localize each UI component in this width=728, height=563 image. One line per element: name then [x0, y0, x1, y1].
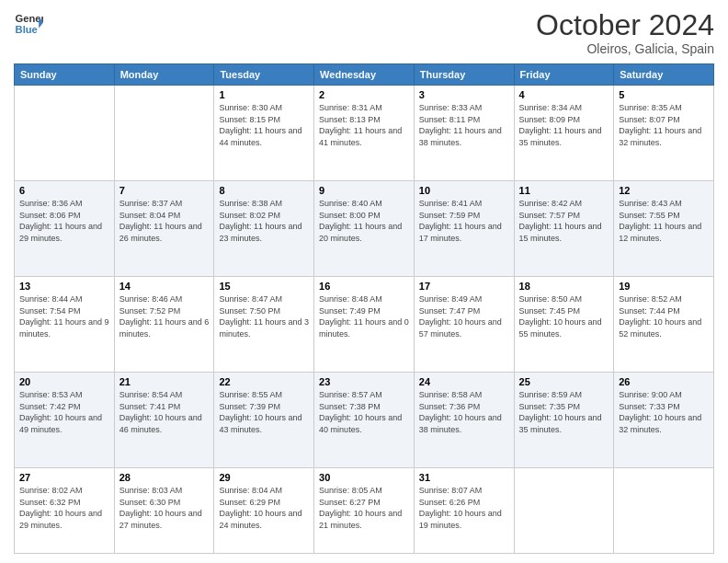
day-number: 1 — [219, 89, 309, 100]
day-info: Sunrise: 8:34 AMSunset: 8:09 PMDaylight:… — [519, 102, 609, 148]
day-number: 2 — [319, 89, 409, 100]
table-row: 13Sunrise: 8:44 AMSunset: 7:54 PMDayligh… — [15, 277, 115, 373]
table-row: 4Sunrise: 8:34 AMSunset: 8:09 PMDaylight… — [514, 86, 614, 181]
table-row: 5Sunrise: 8:35 AMSunset: 8:07 PMDaylight… — [614, 86, 714, 181]
day-number: 26 — [619, 376, 709, 387]
header-monday: Monday — [114, 64, 214, 86]
day-info: Sunrise: 9:00 AMSunset: 7:33 PMDaylight:… — [619, 389, 709, 435]
table-row: 17Sunrise: 8:49 AMSunset: 7:47 PMDayligh… — [414, 277, 514, 373]
location: Oleiros, Galicia, Spain — [536, 41, 714, 56]
day-number: 30 — [319, 472, 409, 483]
day-number: 20 — [19, 376, 109, 387]
day-number: 31 — [419, 472, 509, 483]
logo-icon: General Blue — [14, 9, 43, 39]
day-info: Sunrise: 8:53 AMSunset: 7:42 PMDaylight:… — [19, 389, 109, 435]
day-info: Sunrise: 8:02 AMSunset: 6:32 PMDaylight:… — [19, 485, 109, 531]
header-sunday: Sunday — [15, 64, 115, 86]
svg-text:Blue: Blue — [16, 24, 38, 35]
title-section: October 2024 Oleiros, Galicia, Spain — [536, 9, 714, 56]
day-info: Sunrise: 8:49 AMSunset: 7:47 PMDaylight:… — [419, 293, 509, 339]
day-number: 27 — [19, 472, 109, 483]
day-number: 9 — [319, 185, 409, 196]
calendar-table: Sunday Monday Tuesday Wednesday Thursday… — [14, 63, 714, 554]
day-info: Sunrise: 8:37 AMSunset: 8:04 PMDaylight:… — [119, 198, 210, 244]
day-number: 25 — [519, 376, 609, 387]
table-row — [614, 467, 714, 553]
day-number: 19 — [619, 281, 709, 292]
day-number: 28 — [119, 472, 210, 483]
day-number: 5 — [619, 89, 709, 100]
table-row: 30Sunrise: 8:05 AMSunset: 6:27 PMDayligh… — [314, 467, 415, 553]
day-number: 23 — [319, 376, 409, 387]
day-info: Sunrise: 8:52 AMSunset: 7:44 PMDaylight:… — [619, 293, 709, 339]
day-info: Sunrise: 8:33 AMSunset: 8:11 PMDaylight:… — [419, 102, 509, 148]
day-info: Sunrise: 8:40 AMSunset: 8:00 PMDaylight:… — [319, 198, 409, 244]
day-info: Sunrise: 8:41 AMSunset: 7:59 PMDaylight:… — [419, 198, 509, 244]
table-row: 29Sunrise: 8:04 AMSunset: 6:29 PMDayligh… — [214, 467, 314, 553]
day-number: 6 — [19, 185, 109, 196]
table-row: 18Sunrise: 8:50 AMSunset: 7:45 PMDayligh… — [514, 277, 614, 373]
header-friday: Friday — [514, 64, 614, 86]
header-tuesday: Tuesday — [214, 64, 314, 86]
table-row: 9Sunrise: 8:40 AMSunset: 8:00 PMDaylight… — [314, 181, 415, 277]
day-number: 13 — [19, 281, 109, 292]
day-number: 14 — [119, 281, 210, 292]
header-wednesday: Wednesday — [314, 64, 415, 86]
table-row — [514, 467, 614, 553]
table-row: 24Sunrise: 8:58 AMSunset: 7:36 PMDayligh… — [414, 373, 514, 468]
table-row: 28Sunrise: 8:03 AMSunset: 6:30 PMDayligh… — [114, 467, 214, 553]
day-number: 10 — [419, 185, 509, 196]
table-row: 22Sunrise: 8:55 AMSunset: 7:39 PMDayligh… — [214, 373, 314, 468]
table-row: 20Sunrise: 8:53 AMSunset: 7:42 PMDayligh… — [15, 373, 115, 468]
calendar-page: General Blue October 2024 Oleiros, Galic… — [0, 0, 728, 563]
day-info: Sunrise: 8:35 AMSunset: 8:07 PMDaylight:… — [619, 102, 709, 148]
day-number: 3 — [419, 89, 509, 100]
header-saturday: Saturday — [614, 64, 714, 86]
day-number: 15 — [219, 281, 309, 292]
table-row: 31Sunrise: 8:07 AMSunset: 6:26 PMDayligh… — [414, 467, 514, 553]
day-number: 11 — [519, 185, 609, 196]
day-number: 8 — [219, 185, 309, 196]
day-info: Sunrise: 8:43 AMSunset: 7:55 PMDaylight:… — [619, 198, 709, 244]
day-info: Sunrise: 8:47 AMSunset: 7:50 PMDaylight:… — [219, 293, 309, 339]
day-info: Sunrise: 8:30 AMSunset: 8:15 PMDaylight:… — [219, 102, 309, 148]
day-info: Sunrise: 8:42 AMSunset: 7:57 PMDaylight:… — [519, 198, 609, 244]
day-info: Sunrise: 8:59 AMSunset: 7:35 PMDaylight:… — [519, 389, 609, 435]
table-row: 3Sunrise: 8:33 AMSunset: 8:11 PMDaylight… — [414, 86, 514, 181]
table-row: 27Sunrise: 8:02 AMSunset: 6:32 PMDayligh… — [15, 467, 115, 553]
day-number: 21 — [119, 376, 210, 387]
day-info: Sunrise: 8:05 AMSunset: 6:27 PMDaylight:… — [319, 485, 409, 531]
table-row — [15, 86, 115, 181]
header: General Blue October 2024 Oleiros, Galic… — [14, 9, 714, 56]
day-info: Sunrise: 8:04 AMSunset: 6:29 PMDaylight:… — [219, 485, 309, 531]
day-info: Sunrise: 8:55 AMSunset: 7:39 PMDaylight:… — [219, 389, 309, 435]
table-row: 11Sunrise: 8:42 AMSunset: 7:57 PMDayligh… — [514, 181, 614, 277]
table-row: 25Sunrise: 8:59 AMSunset: 7:35 PMDayligh… — [514, 373, 614, 468]
table-row: 26Sunrise: 9:00 AMSunset: 7:33 PMDayligh… — [614, 373, 714, 468]
table-row — [114, 86, 214, 181]
day-info: Sunrise: 8:46 AMSunset: 7:52 PMDaylight:… — [119, 293, 210, 339]
table-row: 14Sunrise: 8:46 AMSunset: 7:52 PMDayligh… — [114, 277, 214, 373]
day-info: Sunrise: 8:31 AMSunset: 8:13 PMDaylight:… — [319, 102, 409, 148]
day-info: Sunrise: 8:58 AMSunset: 7:36 PMDaylight:… — [419, 389, 509, 435]
day-info: Sunrise: 8:36 AMSunset: 8:06 PMDaylight:… — [19, 198, 109, 244]
table-row: 2Sunrise: 8:31 AMSunset: 8:13 PMDaylight… — [314, 86, 415, 181]
day-info: Sunrise: 8:48 AMSunset: 7:49 PMDaylight:… — [319, 293, 409, 339]
day-info: Sunrise: 8:44 AMSunset: 7:54 PMDaylight:… — [19, 293, 109, 339]
logo: General Blue — [14, 9, 43, 39]
header-thursday: Thursday — [414, 64, 514, 86]
day-info: Sunrise: 8:54 AMSunset: 7:41 PMDaylight:… — [119, 389, 210, 435]
day-number: 4 — [519, 89, 609, 100]
table-row: 8Sunrise: 8:38 AMSunset: 8:02 PMDaylight… — [214, 181, 314, 277]
day-number: 7 — [119, 185, 210, 196]
table-row: 7Sunrise: 8:37 AMSunset: 8:04 PMDaylight… — [114, 181, 214, 277]
table-row: 19Sunrise: 8:52 AMSunset: 7:44 PMDayligh… — [614, 277, 714, 373]
day-number: 24 — [419, 376, 509, 387]
day-info: Sunrise: 8:38 AMSunset: 8:02 PMDaylight:… — [219, 198, 309, 244]
month-title: October 2024 — [536, 9, 714, 41]
table-row: 15Sunrise: 8:47 AMSunset: 7:50 PMDayligh… — [214, 277, 314, 373]
table-row: 16Sunrise: 8:48 AMSunset: 7:49 PMDayligh… — [314, 277, 415, 373]
day-number: 29 — [219, 472, 309, 483]
table-row: 23Sunrise: 8:57 AMSunset: 7:38 PMDayligh… — [314, 373, 415, 468]
day-info: Sunrise: 8:07 AMSunset: 6:26 PMDaylight:… — [419, 485, 509, 531]
